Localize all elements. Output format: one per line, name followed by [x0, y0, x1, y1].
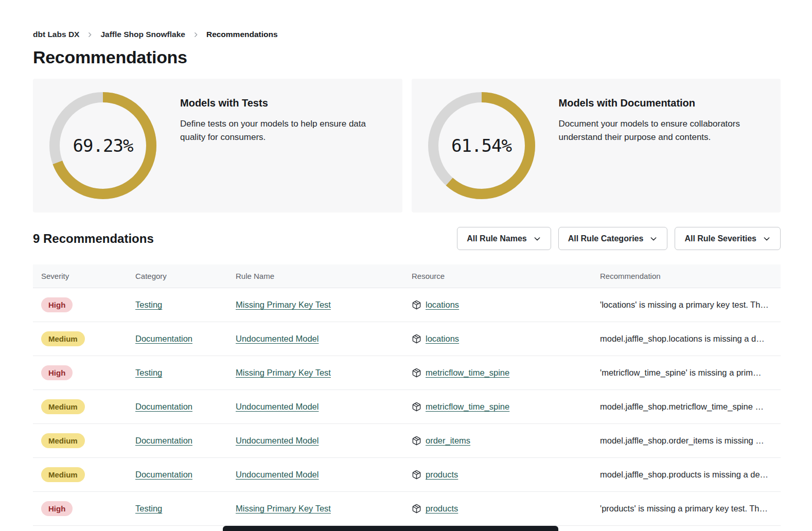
column-header-severity: Severity [33, 272, 127, 280]
rule-name-cell: Missing Primary Key Test [227, 504, 403, 514]
chevron-down-icon [763, 235, 771, 243]
resource-cell: metricflow_time_spine [403, 368, 592, 378]
severity-cell: Medium [33, 433, 127, 448]
resource-link[interactable]: order_items [426, 436, 470, 446]
rule-name-cell: Undocumented Model [227, 470, 403, 480]
recommendation-text: 'products' is missing a primary key test… [600, 504, 768, 513]
rule-name-link[interactable]: Undocumented Model [236, 334, 319, 343]
chevron-down-icon [649, 235, 658, 243]
recommendation-cell: model.jaffle_shop.locations is missing a… [592, 334, 781, 344]
severity-cell: High [33, 297, 127, 312]
resource-link[interactable]: products [426, 470, 458, 480]
severity-badge: High [41, 365, 73, 380]
package-icon [412, 300, 421, 310]
breadcrumb-item-dbt-labs-dx[interactable]: dbt Labs DX [33, 30, 79, 39]
chevron-right-icon [192, 31, 199, 38]
resource-link[interactable]: products [426, 504, 458, 514]
category-cell: Testing [127, 300, 227, 310]
documentation-coverage-donut: 61.54% [426, 90, 537, 201]
page-title: Recommendations [33, 47, 781, 67]
recommendation-text: 'metricflow_time_spine' is missing a pri… [600, 368, 761, 377]
table-row: High Testing Missing Primary Key Test me… [33, 356, 781, 390]
category-link[interactable]: Testing [135, 300, 162, 309]
chevron-right-icon [86, 31, 93, 38]
recommendation-text: model.jaffle_shop.metricflow_time_spine … [600, 402, 764, 411]
package-icon [412, 368, 421, 378]
resource-link[interactable]: metricflow_time_spine [426, 368, 509, 378]
rule-name-cell: Missing Primary Key Test [227, 368, 403, 378]
table-row: High Testing Missing Primary Key Test lo… [33, 288, 781, 322]
severity-badge: High [41, 297, 73, 312]
severity-cell: High [33, 365, 127, 380]
rule-name-link[interactable]: Missing Primary Key Test [236, 368, 331, 377]
category-link[interactable]: Testing [135, 368, 162, 377]
severity-badge: Medium [41, 331, 85, 346]
breadcrumb-item-recommendations: Recommendations [206, 30, 278, 39]
category-link[interactable]: Testing [135, 504, 162, 513]
tests-coverage-percent: 69.23% [47, 90, 158, 201]
recommendations-table: Severity Category Rule Name Resource Rec… [33, 264, 781, 526]
severity-cell: Medium [33, 467, 127, 482]
resource-cell: products [403, 470, 592, 480]
tests-coverage-donut: 69.23% [47, 90, 158, 201]
severity-cell: Medium [33, 399, 127, 414]
card-description: Define tests on your models to help ensu… [180, 117, 388, 144]
category-link[interactable]: Documentation [135, 436, 192, 445]
category-cell: Testing [127, 368, 227, 378]
recommendation-cell: 'products' is missing a primary key test… [592, 504, 781, 514]
models-with-tests-card: 69.23% Models with Tests Define tests on… [33, 79, 402, 213]
card-title-models-with-documentation: Models with Documentation [559, 97, 757, 109]
rule-name-link[interactable]: Undocumented Model [236, 470, 319, 479]
card-description: Document your models to ensure collabora… [559, 117, 757, 144]
table-row: High Testing Missing Primary Key Test pr… [33, 492, 781, 526]
breadcrumb: dbt Labs DX Jaffle Shop Snowflake Recomm… [33, 30, 781, 39]
table-body: High Testing Missing Primary Key Test lo… [33, 288, 781, 526]
rule-name-cell: Undocumented Model [227, 436, 403, 446]
models-with-documentation-card: 61.54% Models with Documentation Documen… [412, 79, 781, 213]
rule-name-link[interactable]: Missing Primary Key Test [236, 504, 331, 513]
rule-name-cell: Undocumented Model [227, 402, 403, 412]
list-header: 9 Recommendations All Rule Names All Rul… [33, 227, 781, 250]
column-header-resource: Resource [403, 272, 592, 280]
recommendation-cell: 'metricflow_time_spine' is missing a pri… [592, 368, 781, 378]
category-link[interactable]: Documentation [135, 334, 192, 343]
card-title-models-with-tests: Models with Tests [180, 97, 388, 109]
rule-names-filter-dropdown[interactable]: All Rule Names [457, 227, 551, 250]
rule-name-cell: Missing Primary Key Test [227, 300, 403, 310]
bottom-cutoff-bar [223, 526, 558, 531]
category-link[interactable]: Documentation [135, 470, 192, 479]
recommendations-page: dbt Labs DX Jaffle Shop Snowflake Recomm… [0, 0, 812, 526]
column-header-category: Category [127, 272, 227, 280]
table-row: Medium Documentation Undocumented Model … [33, 322, 781, 356]
category-link[interactable]: Documentation [135, 402, 192, 411]
filter-bar: All Rule Names All Rule Categories All R… [457, 227, 781, 250]
resource-link[interactable]: metricflow_time_spine [426, 402, 509, 412]
resource-link[interactable]: locations [426, 334, 459, 344]
table-row: Medium Documentation Undocumented Model … [33, 458, 781, 492]
rule-categories-filter-dropdown[interactable]: All Rule Categories [558, 227, 668, 250]
rule-name-link[interactable]: Undocumented Model [236, 402, 319, 411]
resource-cell: metricflow_time_spine [403, 402, 592, 412]
category-cell: Documentation [127, 334, 227, 344]
resource-cell: order_items [403, 436, 592, 446]
severity-cell: High [33, 501, 127, 516]
recommendation-cell: 'locations' is missing a primary key tes… [592, 300, 781, 310]
breadcrumb-item-jaffle-shop-snowflake[interactable]: Jaffle Shop Snowflake [100, 30, 185, 39]
summary-cards: 69.23% Models with Tests Define tests on… [33, 79, 781, 213]
category-cell: Documentation [127, 470, 227, 480]
recommendation-cell: model.jaffle_shop.order_items is missing… [592, 436, 781, 446]
filter-label: All Rule Names [467, 234, 526, 243]
severity-badge: High [41, 501, 73, 516]
rule-severities-filter-dropdown[interactable]: All Rule Severities [675, 227, 781, 250]
column-header-recommendation: Recommendation [592, 272, 781, 280]
resource-link[interactable]: locations [426, 300, 459, 310]
severity-badge: Medium [41, 467, 85, 482]
category-cell: Documentation [127, 436, 227, 446]
recommendation-text: 'locations' is missing a primary key tes… [600, 300, 769, 309]
package-icon [412, 334, 421, 344]
filter-label: All Rule Categories [568, 234, 644, 243]
severity-badge: Medium [41, 433, 85, 448]
rule-name-link[interactable]: Undocumented Model [236, 436, 319, 445]
rule-name-link[interactable]: Missing Primary Key Test [236, 300, 331, 309]
table-row: Medium Documentation Undocumented Model … [33, 390, 781, 424]
